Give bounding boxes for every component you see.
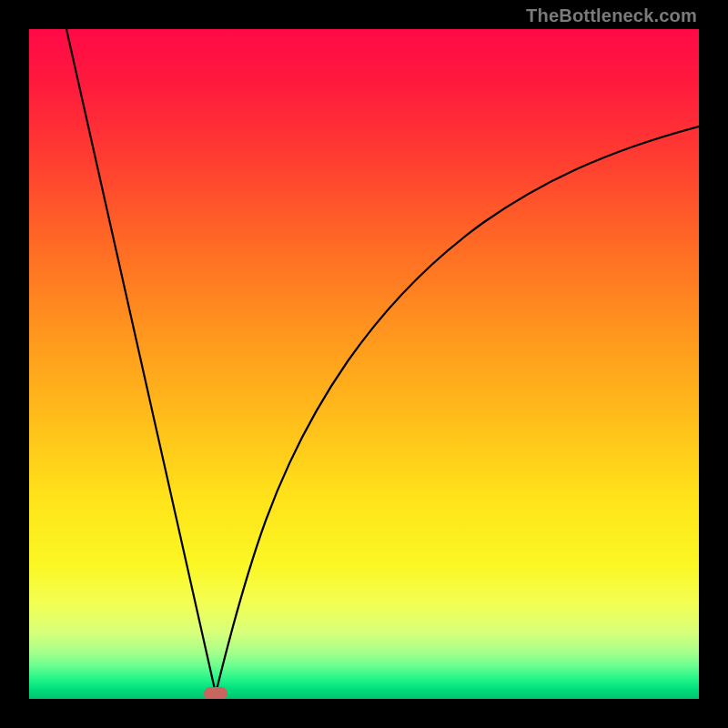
curve-left-branch <box>66 29 216 693</box>
curve-right-branch <box>216 126 699 693</box>
bottleneck-curve <box>29 29 699 699</box>
chart-frame <box>29 29 699 699</box>
optimal-point-marker <box>204 687 228 699</box>
watermark-label: TheBottleneck.com <box>526 5 697 26</box>
